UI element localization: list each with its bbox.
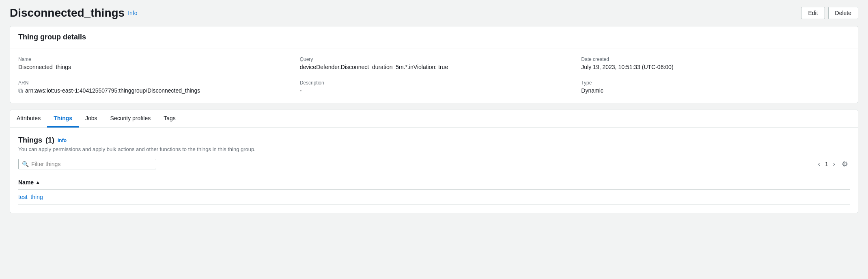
tab-content-things: Things (1) Info You can apply permission… [10,128,858,213]
header-actions: Edit Delete [801,7,858,19]
detail-query: Query deviceDefender.Disconnect_duration… [300,56,569,70]
type-label: Type [581,80,850,86]
page-title: Disconnected_things [10,6,125,19]
query-value: deviceDefender.Disconnect_duration_5m.*.… [300,64,569,70]
description-label: Description [300,80,569,86]
tab-things[interactable]: Things [47,110,79,128]
things-title-text: Things [18,136,42,145]
tabs-container: Attributes Things Jobs Security profiles… [10,110,858,213]
detail-description: Description - [300,80,569,95]
table-row: test_thing [18,190,850,205]
page-title-row: Disconnected_things Info [10,6,138,19]
thing-group-details-card: Thing group details Name Disconnected_th… [10,26,858,103]
arn-row: ⧉ arn:aws:iot:us-east-1:404125507795:thi… [18,87,287,95]
sort-icon: ▲ [35,180,40,185]
things-info-link[interactable]: Info [58,138,67,143]
arn-label: ARN [18,80,287,86]
search-icon: 🔍 [22,161,29,167]
tab-jobs[interactable]: Jobs [79,110,104,128]
edit-button[interactable]: Edit [801,7,825,19]
tab-attributes[interactable]: Attributes [10,110,47,128]
detail-name: Name Disconnected_things [18,56,287,70]
date-created-value: July 19, 2023, 10:51:33 (UTC-06:00) [581,64,850,70]
page-number: 1 [825,161,828,167]
detail-date-created: Date created July 19, 2023, 10:51:33 (UT… [581,56,850,70]
column-name-header: Name ▲ [18,179,40,186]
filter-row: 🔍 ‹ 1 › ⚙ [18,159,850,169]
type-value: Dynamic [581,87,850,94]
tab-security-profiles[interactable]: Security profiles [104,110,157,128]
page-container: Disconnected_things Info Edit Delete Thi… [0,0,868,279]
pagination-controls: ‹ 1 › ⚙ [816,159,850,169]
card-body: Name Disconnected_things Query deviceDef… [10,48,858,103]
things-subtitle: You can apply permissions and apply bulk… [18,146,850,152]
detail-type: Type Dynamic [581,80,850,95]
copy-icon[interactable]: ⧉ [18,87,23,95]
table-header: Name ▲ [18,176,850,190]
details-grid: Name Disconnected_things Query deviceDef… [18,56,850,95]
date-created-label: Date created [581,56,850,62]
detail-arn: ARN ⧉ arn:aws:iot:us-east-1:404125507795… [18,80,287,95]
tab-tags[interactable]: Tags [157,110,182,128]
search-box: 🔍 [18,159,156,169]
next-page-button[interactable]: › [831,160,837,169]
search-input[interactable] [31,161,153,167]
card-header: Thing group details [10,26,858,48]
prev-page-button[interactable]: ‹ [816,160,822,169]
description-value: - [300,87,569,94]
tabs-bar: Attributes Things Jobs Security profiles… [10,110,858,128]
card-title: Thing group details [18,33,86,41]
thing-name-link[interactable]: test_thing [18,194,43,200]
delete-button[interactable]: Delete [828,7,858,19]
arn-value: arn:aws:iot:us-east-1:404125507795:thing… [25,87,200,94]
name-value: Disconnected_things [18,64,287,70]
things-section-title: Things (1) Info [18,136,850,145]
name-label: Name [18,56,287,62]
column-name-label: Name [18,179,34,186]
page-header: Disconnected_things Info Edit Delete [10,6,858,19]
query-label: Query [300,56,569,62]
things-count: (1) [45,136,54,145]
table-settings-button[interactable]: ⚙ [840,159,850,169]
page-info-link[interactable]: Info [128,10,137,16]
